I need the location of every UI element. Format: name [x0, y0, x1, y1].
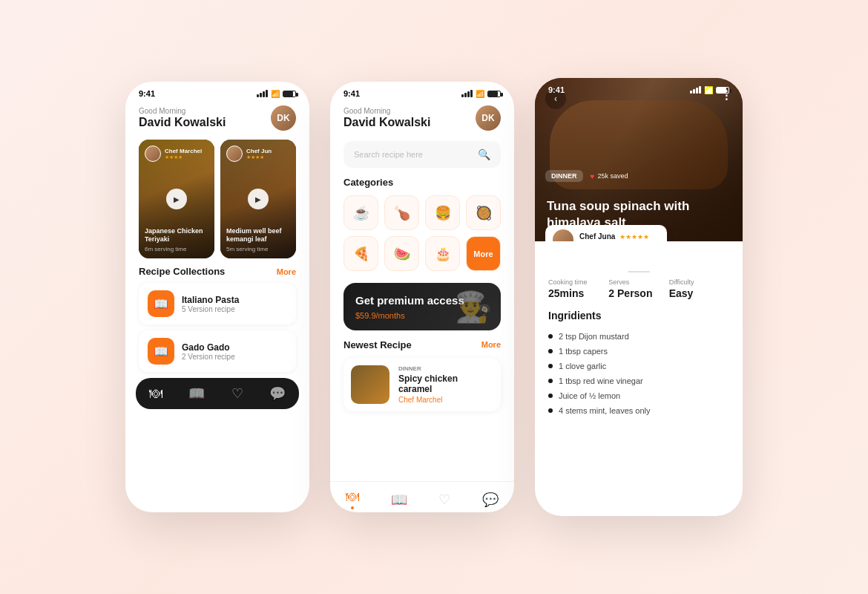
- avatar-2[interactable]: DK: [476, 105, 501, 131]
- phone1-header: Good Morning David Kowalski DK: [125, 101, 309, 137]
- signal-icon: [257, 90, 268, 97]
- greeting-2: Good Morning: [343, 107, 430, 115]
- newest-recipe-row[interactable]: DINNER Spicy chicken caramel Chef Marche…: [343, 358, 501, 411]
- nav-favorites-1[interactable]: ♡: [231, 385, 243, 402]
- wifi-icon: 📶: [271, 90, 280, 98]
- cat-fruit[interactable]: 🍉: [384, 236, 419, 271]
- difficulty-label: Difficulty: [669, 278, 729, 286]
- play-btn-1[interactable]: ▶: [166, 189, 187, 209]
- newest-more[interactable]: More: [481, 340, 501, 349]
- play-btn-2[interactable]: ▶: [248, 189, 269, 209]
- details-grid: Cooking time 25mins Serves 2 Person Diff…: [548, 278, 729, 299]
- cat-cake[interactable]: 🎂: [425, 236, 460, 271]
- nav2-recipes[interactable]: 📖: [391, 492, 407, 508]
- cat-chicken[interactable]: 🍗: [384, 195, 419, 230]
- premium-price-val: $59.9: [355, 311, 376, 320]
- ingredient-1: 2 tsp Dijon mustard: [548, 329, 729, 344]
- chef-stars-1: ★★★★: [165, 154, 202, 160]
- cat-icon-fruit: 🍉: [394, 246, 410, 262]
- saved-row: ♥ 25k saved: [591, 172, 628, 180]
- bullet-4: [548, 379, 553, 383]
- cat-drinks[interactable]: ☕: [343, 195, 378, 230]
- nav2-chat[interactable]: 💬: [482, 492, 499, 508]
- serves-label: Serves: [608, 278, 668, 286]
- chef-info-2: Chef Jun ★★★★: [226, 146, 272, 162]
- recipe-cards-list: Chef Marchel ★★★★ ▶ Japanese Chicken Ter…: [125, 137, 309, 266]
- cooking-time-label: Cooking time: [548, 278, 608, 286]
- chef-avatar-sm-2: [226, 146, 243, 162]
- cat-icon-more: More: [473, 249, 493, 258]
- cat-pizza[interactable]: 🍕: [343, 236, 378, 271]
- username-2: David Kowalski: [343, 116, 430, 129]
- recipe-chef: Chef Marchel: [398, 396, 493, 404]
- ingr-text-2: 1 tbsp capers: [559, 347, 608, 356]
- signal-icon-3: [690, 86, 701, 94]
- cat-more[interactable]: More: [466, 236, 501, 271]
- collections-more[interactable]: More: [277, 267, 296, 276]
- nav-home-1[interactable]: 🍽: [149, 386, 162, 402]
- ingr-text-4: 1 tbsp red wine vinegar: [559, 376, 643, 385]
- cooking-time-value: 25mins: [548, 287, 608, 299]
- nav2-home[interactable]: 🍽: [346, 489, 359, 504]
- recipe-time-2: 5m serving time: [226, 246, 290, 252]
- cat-icon-drinks: ☕: [353, 205, 369, 221]
- newest-title: Newest Recipe: [343, 339, 412, 350]
- chef-avatar-sm-1: [145, 146, 161, 162]
- search-icon: 🔍: [478, 148, 490, 160]
- saved-count: 25k saved: [597, 172, 628, 180]
- recipe-title-2: Medium well beef kemangi leaf: [226, 227, 290, 244]
- collection-ver-2: 2 Version recipe: [182, 353, 235, 361]
- scroll-fade: [535, 421, 743, 436]
- collection-ver-1: 5 Version recipe: [182, 305, 239, 313]
- battery-icon: [283, 91, 296, 97]
- serves-item: Serves 2 Person: [608, 278, 668, 299]
- premium-banner[interactable]: Get premium access $59.9/months 👨‍🍳: [343, 283, 501, 330]
- time-1: 9:41: [139, 89, 155, 98]
- time-3: 9:41: [548, 85, 565, 94]
- bottom-nav-2: 🍽 📖 ♡ 💬: [330, 481, 514, 512]
- cooking-time-item: Cooking time 25mins: [548, 278, 608, 299]
- avatar-1[interactable]: DK: [271, 105, 296, 131]
- hero-badges: DINNER ♥ 25k saved: [545, 170, 628, 182]
- chef-avatar-3: [553, 229, 573, 241]
- chef-stars-2: ★★★★: [246, 154, 272, 160]
- ingredients-list: 2 tsp Dijon mustard 1 tbsp capers 1 clov…: [548, 329, 729, 418]
- chef-role-3: Lead of chef at Maskoco Hotel: [579, 241, 660, 241]
- collection-item-2[interactable]: 📖 Gado Gado 2 Version recipe: [139, 330, 296, 372]
- premium-text: Get premium access $59.9/months: [355, 293, 464, 320]
- cat-bowl[interactable]: 🥘: [466, 195, 501, 230]
- bullet-2: [548, 349, 553, 353]
- recipe-thumb: [351, 365, 389, 404]
- collection-item-1[interactable]: 📖 Italiano Pasta 5 Version recipe: [139, 283, 296, 324]
- recipe-card-1[interactable]: Chef Marchel ★★★★ ▶ Japanese Chicken Ter…: [139, 140, 214, 258]
- cat-burger[interactable]: 🍔: [425, 195, 460, 230]
- signal-icon-2: [461, 90, 473, 97]
- difficulty-value: Easy: [669, 287, 729, 299]
- newest-section: Newest Recipe More DINNER Spicy chicken …: [330, 339, 514, 411]
- status-icons-2: 📶: [461, 90, 501, 98]
- search-bar[interactable]: Search recipe here 🔍: [343, 141, 501, 168]
- collection-icon-1: 📖: [148, 290, 174, 317]
- nav2-favorites[interactable]: ♡: [438, 492, 450, 508]
- collection-list: 📖 Italiano Pasta 5 Version recipe 📖 Gado…: [125, 283, 309, 372]
- cat-icon-bowl: 🥘: [476, 205, 492, 221]
- status-bar-2: 9:41 📶: [330, 82, 514, 101]
- chef-card: Chef Juna ★★★★★ Lead of chef at Maskoco …: [545, 225, 667, 241]
- recipe-time-1: 6m serving time: [145, 246, 208, 252]
- collection-name-2: Gado Gado: [182, 342, 235, 353]
- ingredients-section: Ingridients 2 tsp Dijon mustard 1 tbsp c…: [535, 310, 743, 436]
- nav-chat-1[interactable]: 💬: [269, 385, 286, 402]
- recipe-card-2[interactable]: Chef Jun ★★★★ ▶ Medium well beef kemangi…: [220, 140, 296, 258]
- premium-per: /months: [376, 311, 405, 320]
- collections-header: Recipe Collections More: [125, 266, 309, 283]
- nav-recipes-1[interactable]: 📖: [188, 385, 205, 402]
- newest-header: Newest Recipe More: [343, 339, 501, 350]
- recipe-tag: DINNER: [398, 365, 493, 372]
- premium-price: $59.9/months: [355, 311, 464, 320]
- ingr-text-6: 4 stems mint, leaves only: [559, 406, 651, 415]
- collection-icon-2: 📖: [148, 338, 174, 365]
- ingredient-4: 1 tbsp red wine vinegar: [548, 373, 729, 388]
- battery-icon-3: [716, 87, 729, 94]
- recipe-title-1: Japanese Chicken Teriyaki: [145, 227, 208, 244]
- ingr-text-3: 1 clove garlic: [559, 362, 606, 371]
